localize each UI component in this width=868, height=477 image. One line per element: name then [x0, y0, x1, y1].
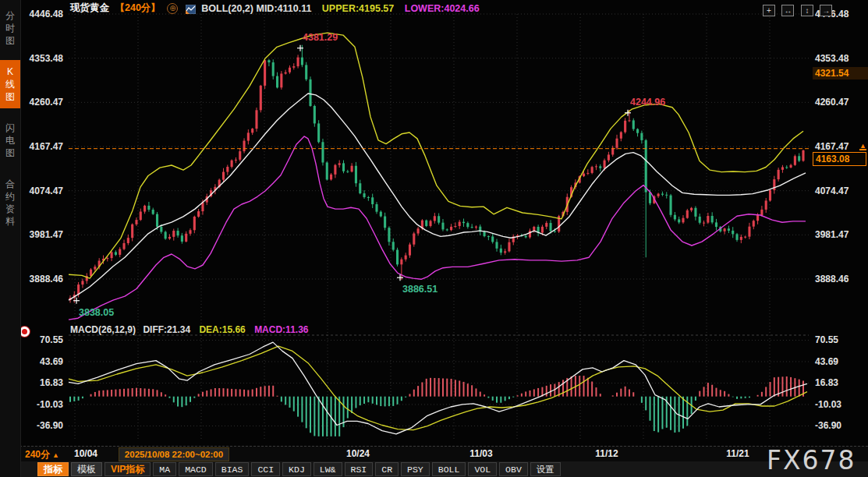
zoom-vertical-icon[interactable]: ↕ — [801, 5, 813, 16]
highlighted-price-label: 4321.54 — [813, 67, 868, 80]
candle-body — [135, 220, 137, 224]
price-tick-label: 4353.48 — [30, 53, 63, 65]
candle-body — [740, 237, 742, 240]
period-indicator[interactable]: 240分▲ — [25, 448, 59, 461]
macd-dea-line — [69, 346, 807, 430]
candle-body — [690, 208, 693, 210]
candle-body — [367, 197, 370, 198]
indicator-toolbar: 指标模板VIP指标MAMACDBIASCCIKDJLW&RSICRPSYBOLL… — [0, 461, 868, 477]
sidebar-item-kline-chart[interactable]: K线图 — [0, 60, 20, 108]
candle-body — [127, 238, 129, 243]
toolbar-button-LW&[interactable]: LW& — [314, 462, 342, 476]
toolbar-button-模板[interactable]: 模板 — [71, 462, 102, 476]
x-axis-date-label: 10/04 — [62, 448, 109, 459]
candle-body — [434, 216, 436, 221]
macd-header: MACD(26,12,9) DIFF:21.34 DEA:15.66 MACD:… — [70, 324, 308, 335]
candle-body — [405, 256, 407, 260]
price-tick-label: 4167.47 — [30, 141, 63, 153]
macd-tick-label: -10.03 — [815, 399, 841, 411]
period-label[interactable]: 【240分】 — [115, 2, 160, 13]
candle-body — [285, 72, 287, 74]
candle-body — [301, 58, 303, 65]
candle-body — [495, 242, 498, 248]
shift-axis-icon[interactable]: → — [820, 5, 832, 16]
zoom-horizontal-icon[interactable]: ↔ — [781, 5, 794, 16]
candle-body — [346, 171, 349, 172]
candle-body — [289, 68, 291, 72]
toolbar-button-PSY[interactable]: PSY — [401, 462, 430, 476]
x-axis-row: 240分▲ 2025/10/08 22:00~02:00 三 10/0410/2… — [0, 446, 868, 462]
candle-body — [165, 232, 167, 239]
candle-body — [487, 236, 490, 237]
toolbar-button-RSI[interactable]: RSI — [345, 462, 374, 476]
macd-tick-label: -10.03 — [37, 399, 63, 411]
macd-tick-label: 16.83 — [40, 377, 63, 389]
candle-body — [326, 162, 328, 179]
sidebar-item-lightning-chart[interactable]: 闪电图 — [0, 116, 20, 164]
price-tick-label: 4074.47 — [815, 186, 849, 197]
candle-body — [645, 140, 647, 193]
macd-settings-label: MACD(26,12,9) — [70, 324, 136, 335]
sidebar-item-contract-info[interactable]: 合约资料 — [0, 172, 20, 233]
candle-body — [636, 129, 639, 133]
candle-body — [500, 249, 502, 253]
candle-body — [396, 250, 399, 265]
candle-body — [305, 65, 307, 79]
candle-body — [417, 228, 420, 233]
candle-body — [156, 214, 158, 227]
crosshair-tool-icon[interactable]: + — [763, 5, 775, 16]
toolbar-button-指标[interactable]: 指标 — [37, 462, 69, 476]
toolbar-button-CR[interactable]: CR — [375, 462, 399, 476]
sidebar-item-time-chart[interactable]: 分时图 — [0, 4, 20, 52]
candle-body — [429, 221, 431, 226]
annotation-label: 4244.96 — [630, 97, 665, 108]
toolbar-button-BIAS[interactable]: BIAS — [215, 462, 250, 476]
candle-body — [409, 245, 411, 256]
candle-body — [260, 86, 262, 110]
toolbar-button-BOLL[interactable]: BOLL — [432, 462, 466, 476]
toolbar-button-CCI[interactable]: CCI — [251, 462, 280, 476]
candle-body — [484, 231, 486, 236]
toolbar-button-MA[interactable]: MA — [153, 462, 176, 476]
candle-body — [235, 160, 237, 161]
candle-body — [595, 166, 597, 167]
candle-body — [798, 156, 800, 161]
candle-body — [711, 216, 714, 222]
target-icon[interactable]: ⊕ — [167, 3, 178, 14]
toolbar-button-OBV[interactable]: OBV — [499, 462, 528, 476]
annotation-label: 4381.29 — [303, 32, 338, 43]
macd-macd-label: MACD:11.36 — [254, 324, 308, 335]
candle-body — [143, 206, 146, 212]
candle-body — [624, 121, 626, 132]
candle-body — [682, 218, 684, 223]
candle-body — [744, 237, 746, 238]
candle-body — [454, 226, 456, 227]
annotation-label: 3886.51 — [402, 284, 438, 295]
candle-body — [640, 133, 643, 140]
toolbar-button-VOL[interactable]: VOL — [468, 462, 497, 476]
candle-body — [400, 260, 402, 265]
candle-body — [732, 231, 734, 234]
boll-mid-line — [69, 94, 806, 300]
candle-body — [384, 217, 386, 228]
macd-diff-line — [69, 342, 807, 434]
candle-body — [765, 200, 767, 209]
candle-body — [147, 206, 150, 210]
symbol-name: 现货黄金 — [70, 2, 109, 13]
price-tick-label: 4260.47 — [815, 97, 849, 108]
candle-body — [239, 151, 241, 160]
candle-body — [119, 249, 121, 255]
macd-diff-label: DIFF:21.34 — [143, 324, 190, 335]
toolbar-button-KDJ[interactable]: KDJ — [282, 462, 311, 476]
toolbar-button-设置[interactable]: 设置 — [530, 462, 561, 476]
candle-body — [628, 120, 630, 121]
toolbar-button-VIP指标[interactable]: VIP指标 — [105, 462, 151, 476]
candle-body — [703, 223, 705, 224]
candle-body — [292, 66, 295, 68]
toolbar-button-MACD[interactable]: MACD — [179, 462, 213, 476]
candle-body — [504, 251, 506, 253]
candle-body — [604, 161, 606, 168]
candle-body — [657, 194, 660, 196]
chart-canvas[interactable]: 4381.294244.963886.513838.05 — [0, 0, 868, 477]
candle-body — [545, 223, 547, 227]
